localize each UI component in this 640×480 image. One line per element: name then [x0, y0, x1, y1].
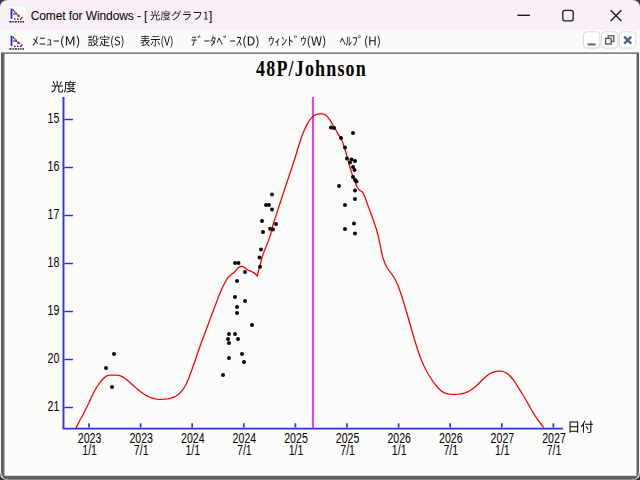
- svg-text:1/1: 1/1: [185, 443, 200, 459]
- svg-text:16: 16: [48, 159, 60, 175]
- svg-text:Comet for Windows - [: Comet for Windows - [: [31, 9, 148, 23]
- svg-text:7/1: 7/1: [340, 443, 355, 459]
- svg-text:20: 20: [48, 351, 60, 367]
- svg-text:1/1: 1/1: [82, 443, 97, 459]
- svg-text:1/1: 1/1: [289, 443, 304, 459]
- svg-text:19: 19: [48, 303, 60, 319]
- svg-text:15: 15: [48, 111, 60, 127]
- svg-text:]: ]: [209, 9, 212, 23]
- svg-text:7/1: 7/1: [237, 443, 252, 459]
- svg-text:21: 21: [48, 399, 60, 415]
- svg-text:48P/Johnson: 48P/Johnson: [256, 55, 367, 82]
- svg-text:7/1: 7/1: [547, 443, 562, 459]
- svg-text:1/1: 1/1: [495, 443, 510, 459]
- svg-text:18: 18: [48, 255, 60, 271]
- svg-text:7/1: 7/1: [443, 443, 458, 459]
- svg-text:7/1: 7/1: [134, 443, 149, 459]
- svg-text:17: 17: [48, 207, 60, 223]
- svg-text:1/1: 1/1: [392, 443, 407, 459]
